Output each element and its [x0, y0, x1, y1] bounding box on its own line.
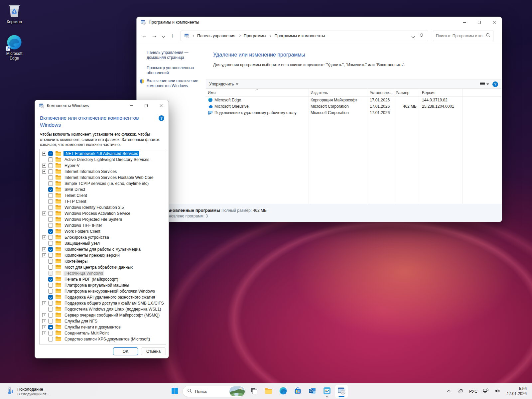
volume-icon[interactable] — [493, 385, 503, 397]
feature-item[interactable]: + Telnet Client — [40, 193, 165, 199]
desktop-icon-recycle-bin[interactable]: Корзина — [0, 3, 29, 24]
help-button[interactable]: ? — [492, 81, 498, 87]
close-button[interactable] — [154, 100, 169, 111]
feature-checkbox[interactable] — [48, 319, 53, 324]
feature-checkbox[interactable] — [48, 235, 53, 240]
sidebar-link-windows-features[interactable]: Включение или отключение компонентов Win… — [147, 78, 200, 88]
sidebar-link-installed-updates[interactable]: Просмотр установленных обновлений — [147, 66, 200, 75]
feature-item[interactable]: + Платформа виртуальной машины — [40, 282, 165, 288]
expand-icon[interactable]: + — [42, 301, 46, 305]
feature-item[interactable]: + Сервер очереди сообщений Майкрософт (M… — [40, 312, 165, 318]
maximize-button[interactable] — [139, 100, 154, 111]
feature-checkbox[interactable] — [48, 241, 53, 246]
feature-item[interactable]: + Защищенный узел — [40, 240, 165, 246]
expand-icon[interactable]: + — [42, 331, 46, 335]
feature-item[interactable]: + TFTP Client — [40, 199, 165, 204]
onedrive-tray-icon[interactable] — [456, 385, 466, 397]
breadcrumb-item-control-panel[interactable]: Панель управления — [195, 34, 238, 38]
weather-widget[interactable]: Похолодание В следующий вт... — [3, 385, 53, 398]
column-header-name[interactable]: Имя — [206, 89, 309, 96]
control-panel-button[interactable] — [320, 385, 333, 398]
expand-icon[interactable]: + — [42, 325, 46, 329]
feature-checkbox[interactable] — [48, 217, 53, 222]
start-button[interactable] — [168, 385, 181, 398]
expand-icon[interactable]: + — [42, 164, 46, 168]
feature-item[interactable]: + .NET Framework 4.8 Advanced Services — [40, 151, 165, 157]
feature-checkbox[interactable] — [48, 199, 53, 204]
task-view-button[interactable] — [247, 385, 260, 398]
outlook-button[interactable] — [306, 385, 319, 398]
feature-checkbox[interactable] — [48, 223, 53, 228]
titlebar[interactable]: Компоненты Windows — [35, 100, 169, 111]
recent-pages-dropdown[interactable] — [159, 34, 167, 38]
hidden-icons-chevron[interactable] — [444, 385, 454, 397]
feature-checkbox[interactable] — [48, 283, 53, 288]
feature-checkbox[interactable] — [48, 331, 53, 335]
feature-item[interactable]: + Средство записи XPS-документов (Micros… — [40, 336, 165, 342]
feature-item[interactable]: + Компоненты прежних версий — [40, 252, 165, 258]
feature-checkbox[interactable] — [48, 169, 53, 174]
organize-button[interactable]: Упорядочить — [209, 82, 238, 86]
minimize-button[interactable] — [124, 100, 139, 111]
feature-checkbox[interactable] — [48, 307, 53, 312]
expand-icon[interactable]: + — [42, 253, 46, 257]
feature-item[interactable]: + Hyper-V — [40, 163, 165, 169]
feature-item[interactable]: + Active Directory Lightweight Directory… — [40, 157, 165, 163]
feature-checkbox[interactable] — [48, 301, 53, 306]
feature-item[interactable]: + Поддержка общего доступа к файлам SMB … — [40, 300, 165, 306]
search-box[interactable] — [433, 31, 493, 41]
refresh-icon[interactable] — [419, 33, 424, 39]
file-explorer-button[interactable] — [262, 385, 275, 398]
address-dropdown-icon[interactable] — [412, 33, 414, 39]
help-button[interactable]: ? — [159, 115, 164, 121]
expand-icon[interactable]: + — [42, 319, 46, 323]
expand-icon[interactable]: + — [42, 170, 46, 174]
feature-item[interactable]: + Соединитель MultiPoint — [40, 330, 165, 336]
feature-item[interactable]: + Песочница Windows — [40, 270, 165, 276]
feature-item[interactable]: + Windows Process Activation Service — [40, 210, 165, 216]
feature-item[interactable]: + SMB Direct — [40, 187, 165, 193]
expand-icon[interactable]: + — [42, 235, 46, 239]
store-button[interactable] — [291, 385, 304, 398]
feature-item[interactable]: + Windows Projected File System — [40, 216, 165, 222]
feature-checkbox[interactable] — [48, 205, 53, 210]
view-options-button[interactable] — [480, 82, 489, 86]
feature-checkbox[interactable] — [48, 289, 53, 294]
feature-item[interactable]: + Контейнеры — [40, 258, 165, 264]
desktop-icon-edge[interactable]: Microsoft Edge — [0, 34, 29, 61]
cancel-button[interactable]: Отмена — [141, 347, 166, 355]
breadcrumb[interactable]: Панель управления Программы Программы и … — [181, 31, 428, 41]
column-header-version[interactable]: Версия — [420, 89, 463, 96]
programs-and-features-taskbar-button[interactable] — [335, 385, 348, 398]
feature-checkbox[interactable] — [48, 187, 53, 192]
table-row[interactable]: Microsoft OneDrive Microsoft Corporation… — [206, 103, 501, 109]
feature-item[interactable]: + Internet Information Services Hostable… — [40, 175, 165, 181]
feature-checkbox[interactable] — [48, 277, 53, 282]
table-row[interactable]: Подключение к удаленному рабочему столу … — [206, 109, 501, 116]
up-button[interactable]: ↑ — [167, 33, 177, 39]
close-button[interactable] — [487, 17, 502, 28]
language-indicator[interactable]: РУС — [468, 385, 479, 397]
feature-checkbox[interactable] — [48, 265, 53, 270]
feature-checkbox[interactable] — [48, 157, 53, 162]
feature-checkbox[interactable] — [48, 313, 53, 318]
sidebar-link-home[interactable]: Панель управления — домашняя страница — [147, 50, 200, 60]
clock[interactable]: 5:56 17.01.2026 — [505, 386, 529, 396]
taskbar-search[interactable]: Поиск — [183, 386, 246, 397]
breadcrumb-item-programs[interactable]: Программы — [241, 34, 269, 38]
table-row[interactable]: Microsoft Edge Корпорация Майкрософт17.0… — [206, 97, 501, 103]
feature-checkbox[interactable] — [48, 337, 53, 341]
feature-item[interactable]: + Поддержка API удаленного разностного с… — [40, 294, 165, 300]
feature-checkbox[interactable] — [48, 325, 53, 330]
search-input[interactable] — [436, 34, 485, 38]
feature-checkbox[interactable] — [48, 181, 53, 186]
column-header-installed[interactable]: Установле... — [368, 89, 394, 96]
feature-checkbox[interactable] — [48, 163, 53, 168]
feature-item[interactable]: + Simple TCPIP services (i.e. echo, dayt… — [40, 181, 165, 187]
breadcrumb-item-programs-and-features[interactable]: Программы и компоненты — [272, 34, 328, 38]
feature-item[interactable]: + Internet Information Services — [40, 169, 165, 175]
feature-item[interactable]: + Печать в PDF (Майкрософт) — [40, 276, 165, 282]
feature-checkbox[interactable] — [48, 271, 53, 276]
feature-item[interactable]: + Службы для NFS — [40, 318, 165, 324]
feature-item[interactable]: + Windows Identity Foundation 3.5 — [40, 204, 165, 210]
